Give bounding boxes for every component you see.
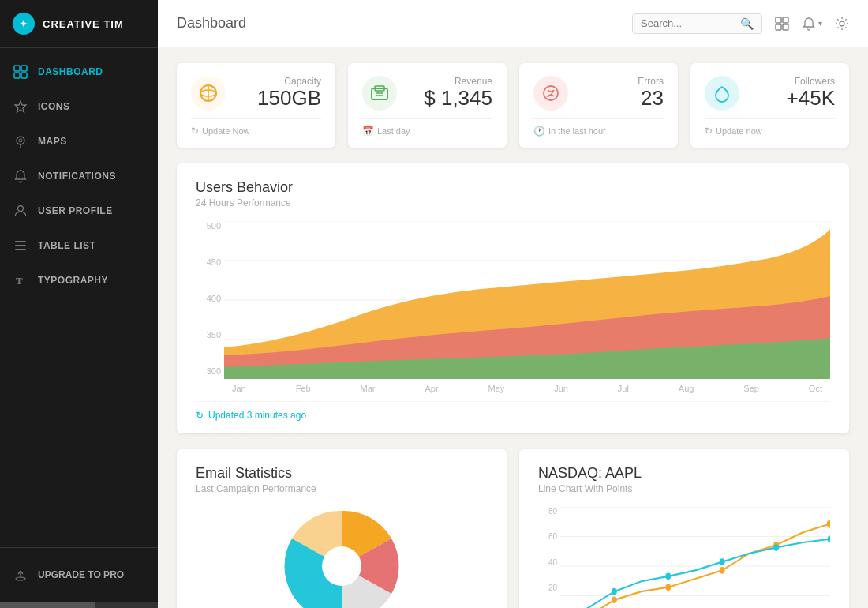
search-input[interactable] <box>641 17 735 29</box>
followers-icon <box>705 76 739 111</box>
stat-card-errors: Errors 23 🕐 In the last hour <box>519 63 678 148</box>
notification-chevron: ▾ <box>818 19 822 28</box>
chart-updated-text: Updated 3 minutes ago <box>208 410 306 421</box>
capacity-label: Capacity <box>237 76 321 87</box>
svg-point-41 <box>720 567 725 574</box>
sidebar-scrollbar-thumb <box>0 602 95 608</box>
svg-rect-1 <box>21 66 27 71</box>
capacity-value: 150GB <box>237 87 321 110</box>
svg-point-45 <box>612 588 617 595</box>
svg-rect-22 <box>372 88 387 99</box>
revenue-label: Revenue <box>408 76 492 87</box>
sidebar-item-table-list-label: TABLE LIST <box>38 240 95 251</box>
errors-footer: 🕐 In the last hour <box>533 118 664 137</box>
errors-value: 23 <box>579 87 664 110</box>
pie-chart <box>196 507 488 608</box>
sidebar-item-notifications-label: NOTIFICATIONS <box>38 171 116 182</box>
sidebar: ✦ CREATIVE TIM DASHBOARD ICONS <box>0 0 158 608</box>
svg-point-47 <box>720 558 725 565</box>
svg-rect-10 <box>15 245 26 246</box>
svg-rect-17 <box>783 24 788 30</box>
settings-icon[interactable] <box>835 17 849 31</box>
sidebar-item-notifications[interactable]: NOTIFICATIONS <box>0 159 158 193</box>
sidebar-item-table-list[interactable]: TABLE LIST <box>0 228 158 263</box>
area-chart <box>224 221 830 379</box>
email-stats-subtitle: Last Campaign Performance <box>196 483 488 494</box>
svg-point-26 <box>544 86 558 100</box>
header: Dashboard 🔍 ▾ <box>158 0 868 47</box>
content-area: Capacity 150GB ↻ Update Now <box>158 47 868 608</box>
svg-rect-16 <box>776 24 781 30</box>
svg-rect-3 <box>21 73 27 78</box>
revenue-value: $ 1,345 <box>408 87 492 110</box>
nasdaq-line-chart <box>560 507 830 608</box>
svg-rect-11 <box>15 249 26 250</box>
upgrade-label: UPGRADE TO PRO <box>38 569 124 580</box>
errors-icon <box>533 76 568 111</box>
sidebar-item-user-profile[interactable]: USER PROFILE <box>0 193 158 228</box>
nasdaq-title: NASDAQ: AAPL <box>538 465 830 482</box>
page-title: Dashboard <box>177 15 632 32</box>
sidebar-scrollbar[interactable] <box>0 602 158 608</box>
svg-point-7 <box>19 139 22 142</box>
sidebar-nav: DASHBOARD ICONS MAPS <box>0 48 158 547</box>
stat-cards-grid: Capacity 150GB ↻ Update Now <box>177 63 849 148</box>
svg-marker-4 <box>15 101 26 112</box>
refresh-icon: ↻ <box>196 410 204 421</box>
x-axis-labels: Jan Feb Mar Apr May Jun Jul Aug Sep Oct <box>224 379 830 393</box>
logo-text: CREATIVE TIM <box>43 18 124 30</box>
svg-rect-15 <box>783 17 788 23</box>
svg-point-39 <box>612 597 617 604</box>
email-stats-title: Email Statistics <box>196 465 488 482</box>
svg-point-13 <box>16 577 25 580</box>
sidebar-item-dashboard-label: DASHBOARD <box>38 66 103 77</box>
revenue-icon <box>362 76 397 111</box>
svg-text:T: T <box>16 275 23 287</box>
email-stats-panel: Email Statistics Last Campaign Performan… <box>177 449 507 608</box>
sidebar-item-icons[interactable]: ICONS <box>0 89 158 124</box>
capacity-icon <box>191 76 226 111</box>
typography-icon: T <box>13 272 28 288</box>
main-content: Dashboard 🔍 ▾ <box>158 0 868 608</box>
sidebar-item-typography[interactable]: T TYPOGRAPHY <box>0 263 158 298</box>
user-profile-icon <box>13 203 28 219</box>
nasdaq-subtitle: Line Chart With Points <box>538 483 830 494</box>
notifications-header-icon[interactable]: ▾ <box>802 17 822 31</box>
grid-icon[interactable] <box>775 17 789 31</box>
icons-icon <box>13 99 28 114</box>
svg-point-40 <box>665 584 671 591</box>
stat-card-revenue: Revenue $ 1,345 📅 Last day <box>348 63 507 148</box>
users-behavior-subtitle: 24 Hours Performance <box>196 197 830 208</box>
sidebar-item-typography-label: TYPOGRAPHY <box>38 275 108 286</box>
sidebar-logo[interactable]: ✦ CREATIVE TIM <box>0 0 158 48</box>
stat-card-capacity: Capacity 150GB ↻ Update Now <box>177 63 335 148</box>
upgrade-button[interactable]: UPGRADE TO PRO <box>13 561 145 589</box>
sidebar-item-user-profile-label: USER PROFILE <box>38 205 113 216</box>
nasdaq-panel: NASDAQ: AAPL Line Chart With Points 80 6… <box>519 449 849 608</box>
svg-point-43 <box>827 520 830 528</box>
upgrade-icon <box>13 567 28 583</box>
svg-point-5 <box>17 137 24 144</box>
svg-rect-9 <box>15 241 26 242</box>
chart-footer: ↻ Updated 3 minutes ago <box>196 401 830 421</box>
svg-point-32 <box>322 546 361 586</box>
search-bar[interactable]: 🔍 <box>632 13 762 34</box>
users-behavior-title: Users Behavior <box>196 179 830 196</box>
followers-label: Followers <box>750 76 835 87</box>
stat-card-followers: Followers +45K ↻ Update now <box>690 63 849 148</box>
users-behavior-panel: Users Behavior 24 Hours Performance 500 … <box>177 163 849 433</box>
header-icons: ▾ <box>775 17 849 31</box>
svg-point-8 <box>18 206 24 212</box>
revenue-footer: 📅 Last day <box>362 118 492 137</box>
logo-icon: ✦ <box>13 13 35 35</box>
followers-footer: ↻ Update now <box>705 118 835 137</box>
svg-point-46 <box>665 573 671 580</box>
sidebar-item-dashboard[interactable]: DASHBOARD <box>0 54 158 89</box>
sidebar-bottom: UPGRADE TO PRO <box>0 547 158 602</box>
search-icon: 🔍 <box>740 17 754 30</box>
maps-icon <box>13 133 28 149</box>
svg-point-48 <box>773 544 779 551</box>
sidebar-item-maps[interactable]: MAPS <box>0 124 158 159</box>
nasdaq-y-labels: 80 60 40 20 0 <box>538 507 557 608</box>
y-axis-labels: 500 450 400 350 300 <box>196 221 221 379</box>
